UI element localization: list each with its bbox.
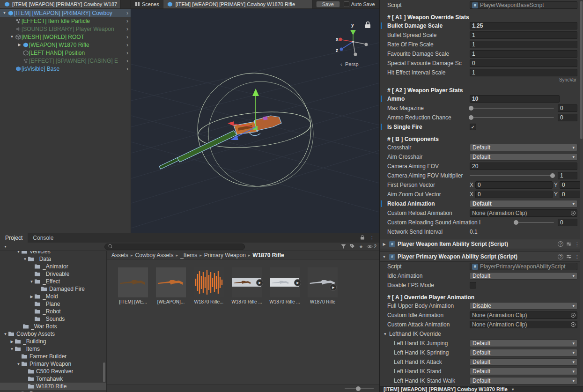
rate-of-fire-scale-input[interactable] [470,41,577,48]
asset-thumbnail-video[interactable]: ▶ [232,267,262,297]
object-picker-icon[interactable] [570,210,576,216]
create-menu-icon[interactable]: ▾ [3,244,8,249]
persp-toggle-icon[interactable]: ‹ [340,61,342,67]
hierarchy-item-mesh-root[interactable]: ▼ [MESH] [WORLD] ROOT › [0,33,131,41]
hidden-count-icon[interactable]: 2 [367,244,376,249]
folder-row[interactable]: _War Bots [0,323,106,330]
script-object-field[interactable]: # PlayerPrimaryWeaponAbilityScript [470,263,577,270]
search-box[interactable] [104,244,245,250]
aim-zoom-vector-x-input[interactable] [475,191,553,198]
lock-icon[interactable] [365,22,370,29]
folder-row[interactable]: ▼_Items [0,345,106,353]
component-header-item-ability[interactable]: ▶ # Player Weapon Item Ability Script (S… [380,239,583,249]
play-button-icon[interactable]: ▶ [330,284,337,291]
folder-row[interactable]: ▼Primary Weapon [0,360,106,368]
script-object-field[interactable]: # PlayerWeaponBaseScript [470,1,577,9]
idle-animation-dropdown[interactable]: Default ▾ [470,272,577,280]
ammo-reduction-input[interactable] [558,114,577,121]
prefab-open-chevron-icon[interactable]: › [124,50,131,56]
folder-row-selected[interactable]: W1870 Rifle [0,383,106,390]
camera-fov-multiplier-slider[interactable] [470,175,554,176]
axis-x-label[interactable]: x [336,37,339,42]
help-icon[interactable]: ? [558,241,563,247]
save-button[interactable]: Save [316,1,340,7]
tab-project[interactable]: Project [0,233,28,243]
prefab-open-chevron-icon[interactable]: › [124,42,131,48]
ammo-input[interactable] [470,95,560,103]
asset-thumbnail-video[interactable]: ▶ [270,267,300,297]
asset-item[interactable]: W1870 Rifle... [193,267,224,304]
tab-console[interactable]: Console [28,233,59,243]
tree-scrollbar-thumb[interactable] [103,362,105,382]
foldout-arrow-icon[interactable]: ▼ [29,280,34,284]
folder-row[interactable]: ▼_Effect [0,278,106,285]
reload-animation-dropdown[interactable]: Default ▾ [470,200,577,207]
camera-fov-multiplier-input[interactable] [558,172,577,179]
search-input[interactable] [115,244,241,250]
bullet-spread-scale-input[interactable] [470,31,577,39]
slider-knob[interactable] [356,386,361,391]
asset-thumbnail-model[interactable]: ▶ [308,267,338,297]
custom-attack-object-field[interactable]: None (Animation Clip) [470,321,577,328]
folder-row[interactable]: _Driveable [0,270,106,278]
foldout-arrow-icon[interactable]: ▼ [22,257,28,261]
component-header-primary-ability[interactable]: ▼ # Player Primary Weapon Ability Script… [380,251,583,262]
folder-row[interactable]: C500 Revolver [0,368,106,375]
foldout-arrow-icon[interactable]: ▼ [2,11,7,15]
folder-row[interactable]: ▶_Mold [0,293,106,300]
preview-footer[interactable]: [ITEM] [WEAPON] [PRIMARY] Cowboy W1870 R… [380,386,583,392]
axis-y-label[interactable]: y [351,22,354,28]
slider-knob[interactable] [469,106,473,111]
ik-stand-walk-dropdown[interactable]: Default ▾ [470,377,577,385]
scrollbar-thumb[interactable] [580,1,583,139]
prefab-open-chevron-icon[interactable]: › [124,58,131,64]
hierarchy-item-sounds-library[interactable]: [SOUNDS LIBRARY] Player Weapon › [0,25,131,33]
breadcrumb-item-current[interactable]: W1870 Rifle [252,252,284,259]
hierarchy-item-left-hand[interactable]: [LEFT HAND] Position › [0,49,131,57]
foldout-arrow-icon[interactable]: ▼ [9,35,15,39]
play-button-icon[interactable]: ▶ [294,279,301,286]
breadcrumb-item[interactable]: Assets [111,252,128,259]
presets-icon[interactable] [566,241,572,247]
foldout-arrow-icon[interactable]: ▼ [382,255,387,259]
object-picker-icon[interactable] [570,312,576,318]
saved-search-star-icon[interactable]: ★ [359,244,363,249]
folder-row[interactable]: _Sounds [0,315,106,323]
favourite-damage-scale-input[interactable] [470,50,577,58]
persp-label[interactable]: Persp [345,61,359,67]
foldout-arrow-icon[interactable]: ▼ [16,251,21,254]
foldout-arrow-icon[interactable]: ▶ [29,295,34,299]
folder-row[interactable]: ▼_Data [0,255,106,263]
max-magazine-input[interactable] [558,104,577,112]
breadcrumb-item[interactable]: Cowboy Assets [135,252,174,259]
is-single-fire-checkbox[interactable]: ✓ [470,124,476,130]
presets-icon[interactable] [566,254,572,260]
axis-z-label[interactable]: z [336,48,338,53]
foldout-arrow-icon[interactable]: ▼ [383,332,388,336]
folder-row[interactable]: ▶_Building [0,338,106,345]
folder-row[interactable]: ▼Cowboy Assets [0,330,106,338]
asset-item[interactable]: [ITEM] [WE... [118,267,148,304]
first-person-vector-x-input[interactable] [475,181,553,189]
folder-row[interactable]: _Animator [0,263,106,270]
asset-thumbnail-audio[interactable] [194,267,224,297]
custom-idle-object-field[interactable]: None (Animation Clip) [470,311,577,319]
aim-crosshair-dropdown[interactable]: Default ▾ [470,153,577,161]
hierarchy-item-idle-particle[interactable]: [EFFECT] Item Idle Particle › [0,17,131,25]
camera-aiming-fov-input[interactable] [470,163,577,170]
asset-item[interactable]: ▶ W1870 Rifle ... [269,267,300,304]
auto-save-toggle[interactable]: Auto Save [344,0,375,8]
disable-fps-checkbox[interactable] [470,282,476,288]
foldout-arrow-icon[interactable]: ▶ [17,43,22,47]
foldout-arrow-icon[interactable]: ▼ [16,362,21,366]
custom-reloading-sound-input[interactable] [558,219,577,226]
folder-row[interactable]: _Plane [0,300,106,308]
kebab-menu-icon[interactable]: ⋮ [369,235,375,241]
scenes-button[interactable]: Scenes [131,0,163,8]
scene-viewport[interactable]: x y z ‹ Persp [131,9,379,233]
custom-reload-object-field[interactable]: None (Animation Clip) [470,209,577,217]
ik-sprinting-dropdown[interactable]: Default ▾ [470,349,577,356]
ammo-reduction-slider[interactable] [470,117,554,118]
ik-jumping-dropdown[interactable]: Default ▾ [470,340,577,347]
asset-item[interactable]: ▶ W1870 Rifle ... [231,267,262,304]
